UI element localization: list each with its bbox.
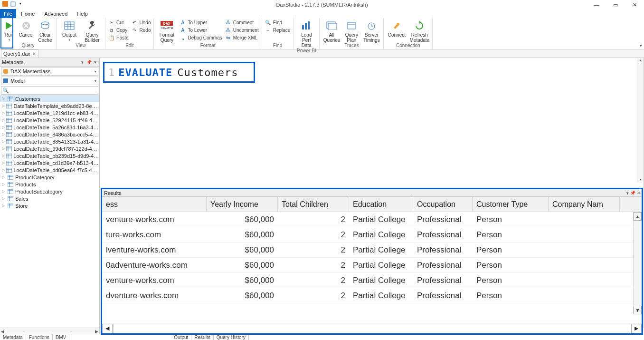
minimize-button[interactable]: — bbox=[587, 0, 606, 9]
scroll-left-icon[interactable]: ◀ bbox=[1, 329, 4, 334]
table-row[interactable]: ture-works.com$60,0002Partial CollegePro… bbox=[102, 227, 642, 243]
expander-icon[interactable]: ▷ bbox=[2, 97, 6, 101]
close-tab-icon[interactable]: ✕ bbox=[32, 51, 36, 57]
metadata-tree[interactable]: ▷Customers▷DateTableTemplate_eb9add23-8e… bbox=[0, 95, 99, 328]
server-timings-button[interactable]: Server Timings bbox=[362, 19, 380, 43]
scroll-up-button[interactable]: ▲ bbox=[634, 212, 642, 221]
to-lower-button[interactable]: ATo Lower bbox=[180, 27, 222, 33]
tab-functions[interactable]: Functions bbox=[26, 334, 53, 340]
expander-icon[interactable]: ▷ bbox=[2, 196, 6, 201]
all-queries-button[interactable]: All Queries bbox=[322, 19, 341, 43]
comment-button[interactable]: ⁂Comment bbox=[225, 19, 259, 26]
tab-advanced[interactable]: Advanced bbox=[39, 9, 72, 18]
find-button[interactable]: 🔍Find bbox=[265, 19, 291, 26]
column-header[interactable]: Yearly Income bbox=[207, 197, 278, 212]
column-header[interactable]: Occupation bbox=[413, 197, 473, 212]
column-header[interactable]: Company Nam bbox=[549, 197, 620, 212]
column-header[interactable]: ess bbox=[102, 197, 207, 212]
cut-button[interactable]: ✂Cut bbox=[108, 19, 129, 26]
document-tab-query1[interactable]: Query1.dax ✕ bbox=[1, 49, 38, 58]
expander-icon[interactable]: ▷ bbox=[2, 146, 5, 151]
output-button[interactable]: Output ▾ bbox=[59, 19, 79, 41]
panel-dropdown-icon[interactable]: ▾ bbox=[626, 191, 629, 195]
refresh-metadata-button[interactable]: Refresh Metadata bbox=[409, 19, 429, 43]
copy-button[interactable]: ⧉Copy bbox=[108, 27, 129, 33]
panel-close-icon[interactable]: ✕ bbox=[93, 60, 98, 65]
table-node[interactable]: ▷Store bbox=[0, 202, 99, 209]
scroll-right-button[interactable]: ▶ bbox=[631, 324, 642, 333]
table-node[interactable]: ▷ProductCategory bbox=[0, 174, 99, 181]
tab-metadata[interactable]: Metadata bbox=[0, 334, 26, 340]
qat-save-icon[interactable] bbox=[9, 0, 16, 7]
expander-icon[interactable]: ▷ bbox=[2, 104, 5, 108]
expander-icon[interactable]: ▷ bbox=[2, 168, 5, 172]
editor-vscroll[interactable]: ▴ ▾ bbox=[637, 58, 644, 182]
tab-output[interactable]: Output bbox=[171, 334, 191, 340]
table-node[interactable]: ▷Sales bbox=[0, 195, 99, 202]
panel-pin-icon[interactable]: 📌 bbox=[630, 191, 635, 195]
maximize-button[interactable]: ▭ bbox=[606, 0, 625, 9]
tab-home[interactable]: Home bbox=[16, 9, 39, 18]
tab-help[interactable]: Help bbox=[72, 9, 93, 18]
connect-button[interactable]: Connect bbox=[387, 19, 407, 38]
expander-icon[interactable]: ▷ bbox=[2, 182, 6, 186]
paste-button[interactable]: 📋Paste bbox=[108, 35, 129, 41]
expander-icon[interactable]: ▷ bbox=[2, 189, 6, 194]
table-row[interactable]: lventure-works.com$60,0002Partial Colleg… bbox=[102, 243, 642, 258]
table-row[interactable]: venture-works.com$60,0002Partial College… bbox=[102, 212, 642, 227]
debug-commas-button[interactable]: ,,Debug Commas bbox=[180, 35, 222, 41]
merge-xml-button[interactable]: ⇆Merge XML bbox=[225, 35, 259, 41]
expander-icon[interactable]: ▷ bbox=[2, 118, 5, 122]
expander-icon[interactable]: ▷ bbox=[2, 154, 5, 158]
grid-vscroll[interactable]: ▲ ▼ bbox=[633, 212, 642, 314]
table-row[interactable]: dventure-works.com$60,0002Partial Colleg… bbox=[102, 288, 642, 303]
redo-button[interactable]: ↷Redo bbox=[132, 27, 151, 33]
clear-cache-button[interactable]: Clear Cache bbox=[37, 19, 53, 43]
panel-close-icon[interactable]: ✕ bbox=[637, 191, 641, 195]
table-node[interactable]: ▷LocalDateTable_5a26c83d-16a3-4a02-9472-… bbox=[0, 124, 99, 131]
tab-query-history[interactable]: Query History bbox=[214, 334, 249, 340]
table-node[interactable]: ▷LocalDateTable_88541323-1a31-4ca1-8b86-… bbox=[0, 138, 99, 145]
expander-icon[interactable]: ▷ bbox=[2, 139, 5, 144]
table-node[interactable]: ▷DateTableTemplate_eb9add23-8e7e-45dd-a4… bbox=[0, 102, 99, 109]
database-combo[interactable]: DAX Masterclass ▾ bbox=[1, 67, 98, 76]
tab-file[interactable]: File bbox=[0, 9, 16, 18]
replace-button[interactable]: ↔Replace bbox=[265, 27, 291, 33]
metadata-hscroll[interactable]: ◀ ▶ bbox=[0, 328, 99, 334]
undo-button[interactable]: ↶Undo bbox=[132, 19, 151, 26]
query-builder-button[interactable]: Query Builder bbox=[82, 19, 102, 43]
cancel-button[interactable]: Cancel bbox=[18, 19, 34, 38]
format-query-button[interactable]: DAXFORMATTER Format Query bbox=[157, 19, 177, 43]
grid-hscroll[interactable]: ◀ ▶ bbox=[102, 323, 642, 333]
model-combo[interactable]: Model ▾ bbox=[1, 77, 98, 85]
hscroll-track[interactable] bbox=[114, 324, 630, 333]
table-node[interactable]: ▷LocalDateTable_52924115-4f46-4235-af02-… bbox=[0, 117, 99, 124]
expander-icon[interactable]: ▷ bbox=[2, 111, 5, 115]
qat-dropdown-icon[interactable]: ▾ bbox=[17, 0, 24, 7]
scroll-down-button[interactable]: ▼ bbox=[634, 306, 642, 314]
panel-dropdown-icon[interactable]: ▾ bbox=[79, 60, 85, 65]
table-node[interactable]: ▷LocalDateTable_8486a3ba-ccc5-49ab-9760-… bbox=[0, 131, 99, 138]
run-button[interactable]: Run ▾ bbox=[3, 19, 15, 41]
scroll-right-icon[interactable]: ▶ bbox=[95, 329, 98, 334]
table-node[interactable]: ▷LocalDateTable_1219d1cc-eb83-4ddf-9bf0-… bbox=[0, 109, 99, 117]
table-row[interactable]: venture-works.com$60,0002Partial College… bbox=[102, 273, 642, 288]
panel-pin-icon[interactable]: 📌 bbox=[86, 60, 92, 65]
table-node[interactable]: ▷ProductSubcategory bbox=[0, 188, 99, 195]
close-button[interactable]: ✕ bbox=[625, 0, 644, 9]
metadata-search[interactable]: 🔍 bbox=[1, 86, 98, 95]
uncomment-button[interactable]: ⁂Uncomment bbox=[225, 27, 259, 33]
table-node[interactable]: ▷LocalDateTable_99dcf787-122d-42ac-b8f6-… bbox=[0, 145, 99, 152]
table-row[interactable]: 0adventure-works.com$60,0002Partial Coll… bbox=[102, 258, 642, 273]
table-node[interactable]: ▷LocalDateTable_cd1d39e7-b513-4c5a-8b3c-… bbox=[0, 159, 99, 166]
tab-dmv[interactable]: DMV bbox=[53, 334, 69, 340]
scroll-up-icon[interactable]: ▴ bbox=[640, 58, 642, 62]
table-node[interactable]: ▷Products bbox=[0, 181, 99, 188]
table-node[interactable]: ▷LocalDateTable_bb239d15-d9d9-4f79-bc33-… bbox=[0, 152, 99, 159]
ribbon-collapse-icon[interactable]: ▾ bbox=[640, 43, 642, 48]
query-plan-button[interactable]: Query Plan bbox=[343, 19, 360, 43]
to-upper-button[interactable]: ATo Upper bbox=[180, 19, 222, 26]
results-grid[interactable]: essYearly IncomeTotal ChildrenEducationO… bbox=[102, 197, 642, 323]
load-perf-button[interactable]: Load Perf Data bbox=[296, 19, 316, 48]
scroll-left-button[interactable]: ◀ bbox=[102, 324, 113, 333]
